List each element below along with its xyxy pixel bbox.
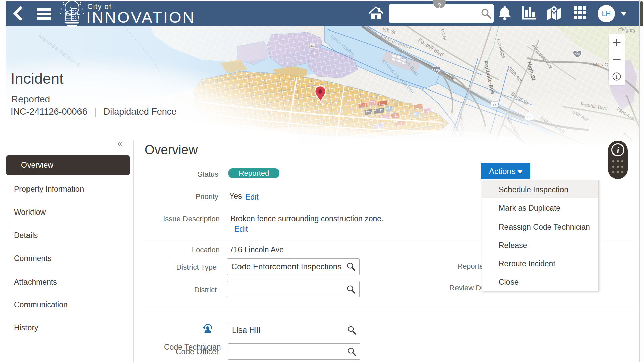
svg-text:580: 580 <box>575 53 580 56</box>
svg-text:61: 61 <box>310 44 314 47</box>
svg-text:Mills C: Mills C <box>593 62 608 67</box>
svg-text:880: 880 <box>434 68 439 71</box>
svg-text:i: i <box>616 145 619 155</box>
svg-text:i: i <box>616 74 618 80</box>
